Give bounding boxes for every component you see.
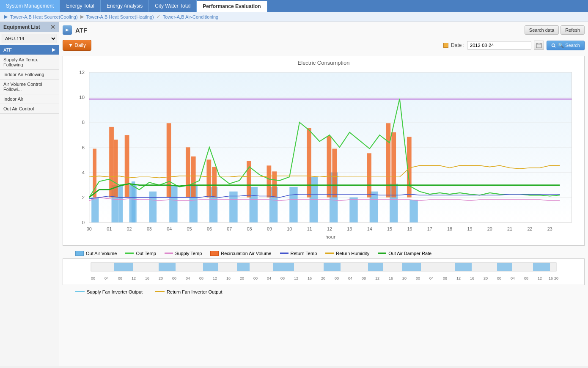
svg-text:8: 8 [82,119,85,125]
svg-text:16: 16 [407,226,412,231]
tab-energy-total[interactable]: Energy Total [60,0,101,12]
legend-label-return-humidity: Return Humidity [336,251,369,256]
svg-text:12: 12 [132,276,136,280]
svg-text:04: 04 [429,276,434,280]
sidebar-close-button[interactable]: ✕ [50,24,55,30]
svg-rect-90 [237,263,250,271]
panel-expand-button[interactable] [63,25,72,35]
svg-text:03: 03 [147,226,152,231]
sidebar-item-atf[interactable]: ATF ▶ [0,45,59,55]
svg-text:00: 00 [91,276,95,280]
main-layout: Equipment List ✕ AHU-114 ATF ▶ Supply Ai… [0,22,588,366]
svg-text:18: 18 [447,226,452,231]
legend-label-supply-temp: Supply Temp [175,251,202,256]
svg-text:13: 13 [347,226,352,231]
refresh-button[interactable]: Refesh [561,25,585,35]
breadcrumb-item-3[interactable]: Tower-A,B Air-Conditioning [163,14,218,19]
svg-text:08: 08 [362,276,366,280]
top-navigation: System Management Energy Total Energy An… [0,0,588,12]
svg-text:22: 22 [527,226,532,231]
legend-return-temp: Return Temp [280,251,317,256]
svg-rect-63 [349,198,357,222]
sidebar-title: Equipment List [3,24,40,30]
svg-rect-81 [332,149,337,198]
svg-rect-69 [114,140,118,198]
legend-label-return-fan: Return Fan Inverter Output [167,289,222,294]
chart-wrapper: Electric Consumption [63,56,585,246]
controls-bar: ▼ Daily Date : 🔍 Search [63,38,585,52]
breadcrumb-item-2[interactable]: Tower-A,B Heat Source(Heating) [86,14,154,19]
sidebar-header: Equipment List ✕ [0,22,59,32]
svg-text:12: 12 [538,276,542,280]
legend-label-recirculation: Recirculation Air Volume [221,251,271,256]
svg-rect-60 [289,187,297,222]
sidebar-item-air-volume[interactable]: Air Volume Control Followi... [0,80,59,94]
svg-text:08: 08 [524,276,528,280]
svg-text:00: 00 [253,276,258,280]
legend-return-humidity: Return Humidity [325,251,369,256]
svg-text:08: 08 [118,276,122,280]
date-input[interactable] [467,41,531,49]
main-content: ATF Search data Refesh ▼ Daily Date : 🔍 … [59,22,588,366]
sidebar-item-indoor-air[interactable]: Indoor Air [0,94,59,104]
calendar-button[interactable] [534,41,544,50]
svg-rect-88 [159,263,176,271]
svg-rect-78 [272,171,277,197]
search-button[interactable]: 🔍 Search [547,41,585,50]
svg-line-6 [555,46,556,47]
svg-text:6: 6 [82,145,85,151]
svg-text:16: 16 [145,276,149,280]
svg-text:4: 4 [82,170,85,176]
timeline-chart: 00 04 08 12 16 20 00 04 08 12 16 20 00 0… [66,261,581,282]
tab-city-water[interactable]: City Water Total [149,0,197,12]
svg-text:12: 12 [375,276,379,280]
svg-text:20: 20 [402,276,407,280]
svg-rect-75 [212,167,217,198]
svg-rect-83 [386,123,390,197]
sidebar: Equipment List ✕ AHU-114 ATF ▶ Supply Ai… [0,22,59,366]
svg-text:04: 04 [186,276,190,280]
svg-text:00: 00 [172,276,176,280]
sidebar-item-indoor-air-following[interactable]: Indoor Air Following [0,70,59,80]
legend-color-supply-fan [75,291,85,292]
sidebar-dropdown-wrapper: AHU-114 [0,32,59,45]
svg-rect-70 [125,135,129,197]
sidebar-item-supply-air[interactable]: Supply Air Temp. Following [0,55,59,70]
svg-text:12: 12 [294,276,298,280]
svg-rect-53 [149,192,157,222]
tab-system-management[interactable]: System Management [0,0,60,12]
svg-text:21: 21 [507,226,512,231]
svg-rect-76 [247,161,251,198]
svg-text:20: 20 [240,276,244,280]
svg-text:05: 05 [187,226,192,231]
svg-text:20: 20 [159,276,163,280]
legend-label-out-air-volume: Out Air Volume [86,251,117,256]
daily-button[interactable]: ▼ Daily [63,40,91,51]
legend-label-damper-rate: Out Air Damper Rate [388,251,431,256]
search-data-button[interactable]: Search data [525,25,559,35]
svg-rect-72 [186,147,190,197]
tab-performance-evaluation[interactable]: Performance Evaluation [197,0,267,12]
panel-title-area: ATF [63,25,87,35]
svg-text:2: 2 [82,195,85,200]
svg-text:00: 00 [87,226,92,231]
legend-color-supply-temp [165,253,173,254]
svg-rect-79 [307,128,311,198]
legend-color-out-temp [125,253,134,254]
legend-color-damper-rate [378,253,386,254]
svg-text:15: 15 [387,226,392,231]
svg-text:20: 20 [321,276,325,280]
equipment-select[interactable]: AHU-114 [2,34,57,43]
svg-text:02: 02 [127,226,132,231]
tab-energy-analysis[interactable]: Energy Analysis [101,0,149,12]
svg-rect-95 [455,263,472,271]
svg-text:08: 08 [247,226,252,231]
panel-title: ATF [75,27,87,34]
svg-rect-80 [327,136,332,197]
panel-buttons: Search data Refesh [525,25,585,35]
svg-text:16: 16 [549,276,553,280]
sidebar-item-out-air-control[interactable]: Out Air Control [0,104,59,114]
svg-text:10: 10 [79,94,85,100]
legend-label-out-temp: Out Temp [136,251,156,256]
breadcrumb-item-1[interactable]: Tower-A,B Heat Source(Cooling) [10,14,78,19]
